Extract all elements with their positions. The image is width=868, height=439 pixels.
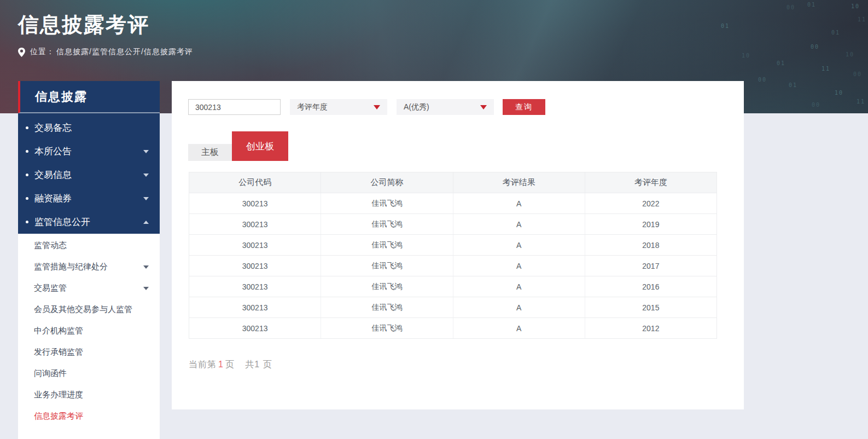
breadcrumb-path: 信息披露/监管信息公开/信息披露考评 — [56, 47, 193, 57]
bullet-icon — [26, 126, 28, 129]
table-cell: 300213 — [189, 214, 321, 234]
sidebar-subitem[interactable]: 监管动态 — [18, 235, 160, 256]
table-row: 300213佳讯飞鸿A2016 — [189, 276, 716, 297]
table-cell: 300213 — [189, 318, 321, 338]
table-cell: A — [453, 318, 585, 338]
chevron-down-icon — [143, 150, 149, 153]
sidebar-subitem[interactable]: 信息披露考评 — [18, 406, 160, 427]
column-header: 考评结果 — [453, 172, 585, 193]
table-cell: A — [453, 297, 585, 317]
sidebar-subitem[interactable]: 中介机构监管 — [18, 320, 160, 342]
table-row: 300213佳讯飞鸿A2019 — [189, 213, 716, 234]
filter-bar: 考评年度 A(优秀) 查询 — [188, 99, 545, 115]
pagination-prefix: 当前第 — [189, 360, 217, 369]
tab-main-board[interactable]: 主板 — [188, 144, 232, 161]
bullet-icon — [26, 221, 28, 223]
table-cell: 佳讯飞鸿 — [321, 214, 452, 234]
sidebar-subitem-label: 监管动态 — [34, 240, 67, 251]
table-cell: 佳讯飞鸿 — [321, 318, 452, 338]
sidebar-item[interactable]: 交易备忘 — [18, 116, 160, 140]
table-row: 300213佳讯飞鸿A2017 — [189, 255, 716, 276]
table-cell: A — [453, 276, 585, 297]
sidebar-item-label: 本所公告 — [34, 145, 72, 158]
page-title: 信息披露考评 — [18, 11, 149, 39]
sidebar-item-label: 交易备忘 — [34, 122, 72, 134]
sidebar-item[interactable]: 监管信息公开 — [18, 210, 160, 234]
table-cell: 300213 — [189, 297, 321, 317]
pagination-total: 共1 页 — [245, 360, 272, 369]
bullet-icon — [26, 150, 28, 153]
caret-down-icon — [480, 105, 487, 109]
table-row: 300213佳讯飞鸿A2015 — [189, 297, 716, 317]
table-cell: A — [453, 214, 585, 234]
evaluation-year-select-value: 考评年度 — [297, 102, 328, 112]
table-cell: 2016 — [585, 276, 716, 297]
sidebar-subitem-label: 会员及其他交易参与人监管 — [34, 304, 132, 315]
table-row: 300213佳讯飞鸿A2022 — [189, 193, 716, 213]
table-cell: A — [453, 256, 585, 276]
sidebar: 信息披露 交易备忘本所公告交易信息融资融券监管信息公开 监管动态监管措施与纪律处… — [18, 81, 160, 439]
sidebar-subitem-label: 中介机构监管 — [34, 326, 83, 336]
sidebar-subitem[interactable]: 问询函件 — [18, 363, 160, 384]
evaluation-result-select[interactable]: A(优秀) — [397, 99, 494, 115]
table-cell: A — [453, 193, 585, 213]
board-tabs: 主板创业板 — [188, 131, 288, 161]
bullet-icon — [26, 197, 28, 200]
evaluation-year-select[interactable]: 考评年度 — [290, 99, 387, 115]
sidebar-nav: 交易备忘本所公告交易信息融资融券监管信息公开 — [18, 113, 160, 234]
current-page-number: 1 — [217, 360, 225, 369]
sidebar-subitem[interactable]: 会员及其他交易参与人监管 — [18, 299, 160, 320]
sidebar-item-label: 融资融券 — [34, 192, 72, 205]
sidebar-submenu: 监管动态监管措施与纪律处分交易监管会员及其他交易参与人监管中介机构监管发行承销监… — [18, 234, 160, 439]
sidebar-subitem[interactable]: 业务办理进度 — [18, 384, 160, 406]
table-cell: 2019 — [585, 214, 716, 234]
sidebar-item[interactable]: 本所公告 — [18, 140, 160, 163]
column-header: 公司简称 — [321, 172, 452, 193]
main-panel: 考评年度 A(优秀) 查询 主板创业板 公司代码公司简称考评结果考评年度 300… — [172, 81, 744, 409]
table-cell: 佳讯飞鸿 — [321, 256, 452, 276]
column-header: 考评年度 — [585, 172, 716, 193]
table-cell: 300213 — [189, 193, 321, 213]
sidebar-subitem-label: 信息披露考评 — [34, 411, 83, 421]
table-cell: 2012 — [585, 318, 716, 338]
table-cell: 佳讯飞鸿 — [321, 235, 452, 255]
sidebar-subitem[interactable]: 交易监管 — [18, 278, 160, 299]
sidebar-item[interactable]: 融资融券 — [18, 187, 160, 210]
table-row: 300213佳讯飞鸿A2018 — [189, 234, 716, 255]
tab-chinext[interactable]: 创业板 — [232, 131, 288, 161]
pagination-page-unit: 页 — [225, 360, 235, 369]
chevron-down-icon — [143, 287, 149, 290]
table-body: 300213佳讯飞鸿A2022300213佳讯飞鸿A2019300213佳讯飞鸿… — [189, 193, 716, 338]
sidebar-subitem[interactable]: 发行承销监管 — [18, 342, 160, 363]
bullet-icon — [26, 174, 28, 176]
chevron-down-icon — [143, 265, 149, 269]
search-button[interactable]: 查询 — [503, 99, 545, 115]
sidebar-item-label: 监管信息公开 — [34, 216, 90, 228]
chevron-down-icon — [143, 197, 149, 200]
table-cell: 佳讯飞鸿 — [321, 297, 452, 317]
sidebar-item-label: 交易信息 — [34, 169, 72, 181]
evaluation-result-select-value: A(优秀) — [404, 102, 429, 112]
chevron-down-icon — [143, 174, 149, 177]
table-cell: 2015 — [585, 297, 716, 317]
sidebar-header: 信息披露 — [18, 81, 160, 113]
table-cell: 佳讯飞鸿 — [321, 276, 452, 297]
table-cell: 2017 — [585, 256, 716, 276]
table-header-row: 公司代码公司简称考评结果考评年度 — [189, 172, 716, 193]
results-table: 公司代码公司简称考评结果考评年度 300213佳讯飞鸿A2022300213佳讯… — [189, 172, 717, 339]
sidebar-subitem[interactable]: 监管措施与纪律处分 — [18, 256, 160, 278]
stock-code-input[interactable] — [188, 99, 281, 115]
table-cell: 300213 — [189, 256, 321, 276]
table-cell: 2022 — [585, 193, 716, 213]
column-header: 公司代码 — [189, 172, 321, 193]
table-cell: 300213 — [189, 276, 321, 297]
table-cell: 300213 — [189, 235, 321, 255]
sidebar-subitem-label: 监管措施与纪律处分 — [34, 262, 108, 272]
pagination: 当前第1页 共1 页 — [189, 359, 272, 371]
chevron-up-icon — [143, 221, 149, 224]
breadcrumb-label: 位置： — [30, 47, 55, 57]
caret-down-icon — [374, 105, 380, 109]
sidebar-item[interactable]: 交易信息 — [18, 163, 160, 187]
location-pin-icon — [18, 48, 25, 57]
breadcrumb: 位置：信息披露/监管信息公开/信息披露考评 — [18, 47, 193, 57]
